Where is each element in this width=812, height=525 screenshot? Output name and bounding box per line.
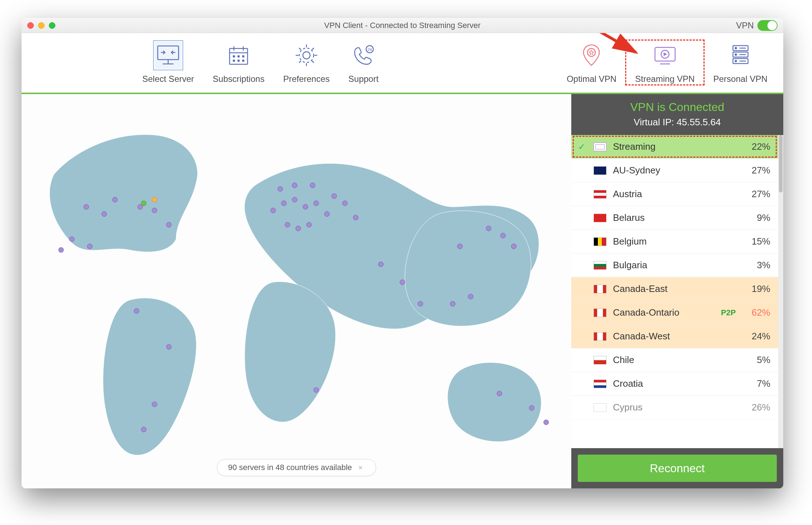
monitor-icon bbox=[154, 42, 182, 69]
server-name: Croatia bbox=[613, 378, 738, 389]
scrollbar-thumb[interactable] bbox=[779, 135, 783, 192]
svg-point-28 bbox=[735, 60, 737, 62]
svg-rect-2 bbox=[158, 46, 179, 60]
svg-point-71 bbox=[166, 344, 171, 349]
svg-point-27 bbox=[735, 54, 737, 55]
main-content: 90 servers in 48 countries available × V… bbox=[22, 94, 783, 488]
personal-vpn-label: Personal VPN bbox=[713, 74, 767, 84]
reconnect-button[interactable]: Reconnect bbox=[578, 455, 777, 482]
svg-point-12 bbox=[233, 60, 235, 61]
optimal-vpn-button[interactable]: Optimal VPN bbox=[557, 38, 626, 88]
personal-vpn-button[interactable]: Personal VPN bbox=[704, 38, 777, 88]
server-count-pill[interactable]: 90 servers in 48 countries available × bbox=[217, 459, 376, 476]
svg-point-52 bbox=[278, 186, 283, 191]
server-load-pct: 26% bbox=[744, 402, 770, 413]
app-window: VPN Client - Connected to Streaming Serv… bbox=[22, 18, 783, 488]
server-name: Canada-West bbox=[613, 331, 738, 342]
preferences-button[interactable]: Preferences bbox=[274, 38, 339, 88]
support-label: Support bbox=[349, 74, 379, 84]
world-map[interactable]: 90 servers in 48 countries available × bbox=[22, 94, 571, 488]
svg-point-67 bbox=[497, 391, 502, 396]
flag-icon bbox=[594, 356, 606, 364]
window-controls bbox=[27, 22, 55, 29]
streaming-vpn-label: Streaming VPN bbox=[635, 74, 695, 84]
calendar-icon bbox=[225, 42, 252, 69]
svg-point-26 bbox=[735, 47, 737, 49]
reconnect-area: Reconnect bbox=[571, 448, 783, 488]
server-row[interactable]: ✓Canada-East19% bbox=[571, 277, 778, 301]
flag-icon bbox=[594, 166, 606, 175]
server-load-pct: 19% bbox=[744, 283, 770, 294]
vpn-toggle-label: VPN bbox=[736, 20, 754, 31]
zoom-window-button[interactable] bbox=[49, 22, 55, 29]
server-row[interactable]: ✓Austria27% bbox=[571, 182, 778, 206]
server-name: Streaming bbox=[613, 141, 738, 152]
server-name: AU-Sydney bbox=[613, 165, 738, 176]
svg-point-53 bbox=[292, 183, 297, 188]
svg-point-73 bbox=[141, 427, 146, 432]
svg-point-37 bbox=[59, 247, 64, 252]
select-server-button[interactable]: Select Server bbox=[133, 38, 203, 88]
server-list-wrap: ✓Streaming22%✓AU-Sydney27%✓Austria27%✓Be… bbox=[571, 135, 783, 448]
svg-point-51 bbox=[306, 222, 312, 227]
server-row[interactable]: ✓Cyprus26% bbox=[571, 396, 778, 419]
server-load-pct: 27% bbox=[744, 165, 770, 176]
preferences-label: Preferences bbox=[283, 74, 329, 84]
flag-icon bbox=[594, 285, 606, 293]
svg-point-9 bbox=[233, 56, 235, 57]
svg-point-58 bbox=[378, 262, 383, 267]
vpn-master-toggle[interactable]: VPN bbox=[736, 20, 778, 31]
server-row[interactable]: ✓AU-Sydney27% bbox=[571, 159, 778, 182]
server-name: Canada-East bbox=[613, 283, 738, 294]
select-server-label: Select Server bbox=[142, 74, 194, 84]
world-map-svg bbox=[22, 94, 571, 488]
svg-point-34 bbox=[112, 197, 117, 202]
server-load-pct: 22% bbox=[744, 141, 770, 152]
svg-point-54 bbox=[310, 183, 315, 188]
svg-point-45 bbox=[292, 197, 297, 202]
svg-point-65 bbox=[511, 244, 516, 249]
flag-icon bbox=[594, 380, 606, 388]
optimal-vpn-label: Optimal VPN bbox=[567, 74, 617, 84]
minimize-window-button[interactable] bbox=[38, 22, 45, 29]
svg-point-44 bbox=[281, 201, 286, 206]
svg-point-42 bbox=[141, 201, 146, 206]
server-row[interactable]: ✓Croatia7% bbox=[571, 372, 778, 396]
close-window-button[interactable] bbox=[27, 22, 34, 29]
support-button[interactable]: 24 Support bbox=[339, 38, 388, 88]
streaming-play-icon bbox=[651, 42, 679, 69]
server-count-text: 90 servers in 48 countries available bbox=[228, 463, 352, 472]
svg-point-48 bbox=[324, 212, 329, 217]
svg-point-56 bbox=[342, 201, 347, 206]
server-row[interactable]: ✓Canada-OntarioP2P62% bbox=[571, 301, 778, 325]
server-list-scrollbar[interactable] bbox=[778, 135, 783, 448]
server-name: Bulgaria bbox=[613, 260, 738, 271]
streaming-vpn-button[interactable]: Streaming VPN bbox=[626, 38, 704, 88]
toggle-switch-on-icon[interactable] bbox=[757, 20, 778, 31]
server-load-pct: 27% bbox=[744, 189, 770, 200]
server-row[interactable]: ✓Belgium15% bbox=[571, 230, 778, 254]
toolbar: Select Server Subscriptions bbox=[22, 33, 783, 94]
svg-point-57 bbox=[353, 215, 358, 220]
server-row[interactable]: ✓Canada-West24% bbox=[571, 325, 778, 348]
svg-point-59 bbox=[400, 280, 405, 285]
svg-point-66 bbox=[457, 244, 462, 249]
svg-rect-20 bbox=[655, 47, 675, 61]
svg-point-35 bbox=[69, 237, 74, 242]
close-icon[interactable]: × bbox=[359, 464, 363, 472]
server-row[interactable]: ✓Belarus9% bbox=[571, 206, 778, 230]
svg-point-72 bbox=[152, 402, 157, 407]
server-row[interactable]: ✓Chile5% bbox=[571, 348, 778, 372]
server-name: Austria bbox=[613, 189, 738, 200]
server-row[interactable]: ✓Streaming22% bbox=[571, 135, 778, 159]
server-load-pct: 5% bbox=[744, 354, 770, 366]
server-list: ✓Streaming22%✓AU-Sydney27%✓Austria27%✓Be… bbox=[571, 135, 778, 448]
server-name: Chile bbox=[613, 354, 738, 366]
svg-point-43 bbox=[271, 208, 276, 213]
server-name: Cyprus bbox=[613, 402, 738, 413]
subscriptions-button[interactable]: Subscriptions bbox=[203, 38, 274, 88]
server-row[interactable]: ✓Bulgaria3% bbox=[571, 254, 778, 277]
svg-point-39 bbox=[152, 208, 157, 213]
server-load-pct: 9% bbox=[744, 212, 770, 223]
flag-icon bbox=[594, 403, 606, 412]
